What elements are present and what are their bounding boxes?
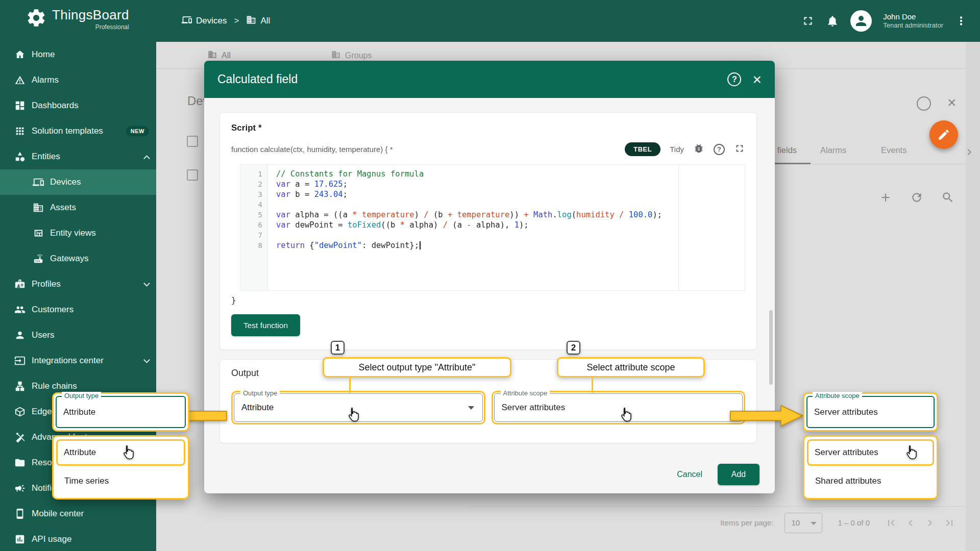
attribute-scope-label: Attribute scope	[501, 389, 550, 397]
sidebar-item-label: Rule chains	[32, 381, 77, 391]
code-editor[interactable]: 1// Constants for Magnus formula2var a =…	[240, 164, 745, 291]
step-2-badge: 2	[567, 341, 580, 355]
sidebar-item-dashboards[interactable]: Dashboards	[0, 93, 156, 118]
sidebar-item-gateways[interactable]: Gateways	[0, 246, 156, 271]
top-header: ThingsBoard Professional Devices > All J…	[0, 0, 980, 42]
calculated-field-dialog: Calculated field Script * function calcu…	[204, 61, 775, 493]
breadcrumb-separator: >	[234, 16, 239, 26]
code-line: 4	[240, 199, 745, 210]
gear-icon	[26, 7, 47, 29]
sidebar-item-label: Integrations center	[32, 356, 104, 366]
step-2-callout: Select attribute scope	[557, 357, 705, 378]
attribute-scope-value: Server attributes	[495, 394, 743, 421]
sidebar-item-profiles[interactable]: Profiles	[0, 271, 156, 297]
header-actions: John Doe Tenant administrator	[801, 0, 968, 42]
attribute-scope-select[interactable]: Attribute scope Server attributes	[494, 393, 743, 422]
sidebar-item-entity-views[interactable]: Entity views	[0, 220, 156, 246]
chevron-up-icon	[143, 155, 150, 162]
function-signature-row: function calculate(ctx, humidity, temper…	[231, 141, 745, 157]
dialog-actions: Cancel Add	[677, 464, 760, 485]
integrations-icon	[14, 355, 26, 366]
edit-fab-button[interactable]	[929, 120, 958, 149]
users-icon	[14, 330, 26, 341]
kebab-icon	[954, 14, 968, 28]
app-name: ThingsBoard	[52, 7, 129, 23]
sidebar-item-users[interactable]: Users	[0, 322, 156, 348]
sidebar-item-entities[interactable]: Entities	[0, 144, 156, 169]
script-section: Script * function calculate(ctx, humidit…	[219, 112, 757, 350]
notifications-bell-button[interactable]	[826, 14, 839, 28]
alarm-icon	[14, 74, 26, 86]
expand-editor-icon[interactable]	[734, 143, 745, 156]
sidebar-item-assets[interactable]: Assets	[0, 195, 156, 220]
sidebar-item-alarms[interactable]: Alarms	[0, 67, 156, 93]
fullscreen-icon	[801, 14, 815, 28]
gear-logo-icon	[26, 7, 47, 31]
chevron-down-icon	[143, 357, 150, 363]
user-role: Tenant administrator	[883, 21, 943, 30]
sidebar-item-customers[interactable]: Customers	[0, 297, 156, 322]
function-signature: function calculate(ctx, humidity, temper…	[231, 145, 393, 154]
output-type-field-preview: Output type Attribute	[52, 392, 189, 432]
option-attribute[interactable]: Attribute	[56, 439, 185, 466]
tidy-button[interactable]: Tidy	[670, 145, 684, 154]
line-number: 1	[240, 169, 268, 179]
add-button[interactable]: Add	[718, 464, 760, 485]
option-time-series[interactable]: Time series	[56, 467, 185, 495]
new-badge: NEW	[126, 126, 149, 136]
avatar[interactable]	[850, 10, 872, 32]
code-line: 1// Constants for Magnus formula	[240, 169, 745, 179]
sidebar-item-home[interactable]: Home	[0, 42, 156, 67]
option-shared-attributes[interactable]: Shared attributes	[807, 467, 934, 495]
home-icon	[14, 49, 26, 60]
sidebar-item-label: Users	[32, 330, 54, 340]
sidebar-item-label: Assets	[50, 203, 76, 213]
gateways-icon	[33, 253, 44, 264]
breadcrumb-devices[interactable]: Devices	[182, 15, 227, 28]
sidebar-item-label: Solution templates	[32, 126, 103, 136]
debug-bug-icon[interactable]	[693, 143, 704, 156]
edge-icon	[14, 406, 26, 417]
modal-scrollbar[interactable]	[769, 310, 773, 385]
devices-icon	[33, 177, 44, 188]
sidebar-item-solution-templates[interactable]: Solution templatesNEW	[0, 118, 156, 144]
sidebar-item-label: Dashboards	[32, 101, 79, 111]
step-1-badge: 1	[331, 341, 345, 355]
sidebar-item-devices[interactable]: Devices	[0, 169, 156, 195]
cancel-button[interactable]: Cancel	[677, 470, 702, 479]
breadcrumb-all[interactable]: All	[246, 15, 270, 28]
sidebar-item-mobile-center[interactable]: Mobile center	[0, 501, 156, 527]
attribute-scope-field-preview: Attribute scope Server attributes	[803, 392, 938, 432]
attribute-scope-highlight: Attribute scope Server attributes	[492, 391, 746, 424]
hand-cursor-icon	[904, 445, 918, 462]
kebab-menu-button[interactable]	[954, 14, 968, 28]
script-label: Script *	[231, 123, 745, 133]
sidebar-item-label: Edge	[32, 407, 52, 417]
thingsboard-logo[interactable]: ThingsBoard Professional	[26, 7, 129, 31]
fullscreen-button[interactable]	[801, 14, 815, 28]
hand-cursor-icon	[121, 445, 135, 462]
entity-group-icon	[246, 15, 256, 28]
bug-icon	[693, 143, 704, 154]
line-number: 6	[240, 220, 268, 230]
help-icon[interactable]	[727, 72, 741, 86]
tbel-toggle[interactable]: TBEL	[625, 142, 660, 156]
entity-views-icon	[33, 228, 44, 239]
code-line: 5var alpha = ((a * temperature) / (b + t…	[240, 210, 745, 220]
apps-icon	[14, 126, 26, 137]
dashboard-icon	[14, 100, 26, 111]
sidebar-item-api-usage[interactable]: API usage	[0, 527, 156, 551]
sidebar-item-integrations-center[interactable]: Integrations center	[0, 348, 156, 373]
script-help-icon[interactable]	[714, 144, 725, 155]
expand-icon	[734, 143, 745, 154]
line-number: 3	[240, 189, 268, 199]
sidebar-item-label: Home	[32, 49, 55, 60]
hand-cursor-icon	[619, 407, 632, 424]
text-cursor	[420, 241, 421, 249]
test-function-button[interactable]: Test function	[231, 314, 300, 336]
code-line: 8return {"dewPoint": dewPoint};	[240, 240, 745, 251]
line-number: 7	[240, 230, 268, 240]
sidebar-item-label: Gateways	[50, 254, 89, 264]
close-icon[interactable]	[752, 72, 762, 87]
assets-icon	[33, 202, 44, 213]
